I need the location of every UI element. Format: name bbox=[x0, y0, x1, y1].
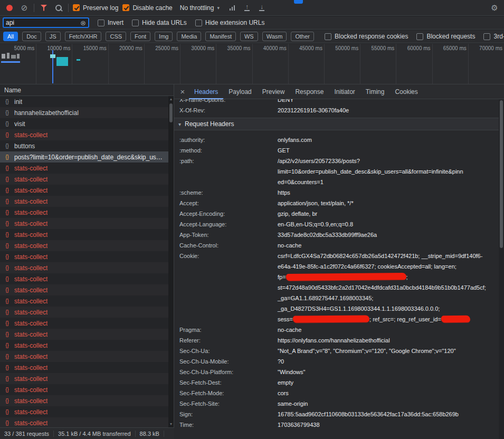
request-row[interactable]: {}stats-collect bbox=[0, 384, 168, 395]
header-name: Sec-Ch-Ua: bbox=[179, 346, 278, 356]
request-row[interactable]: {}hannahelizabethofficial bbox=[0, 107, 168, 118]
tab-headers[interactable]: Headers bbox=[189, 84, 223, 99]
checkbox-label: 3rd-party requests bbox=[493, 33, 504, 40]
script-file-icon: {} bbox=[3, 276, 11, 282]
export-har-button[interactable]: ↓ bbox=[256, 2, 267, 14]
header-row: Sec-Ch-Ua-Mobile:?0 bbox=[174, 356, 499, 367]
request-row[interactable]: {}stats-collect bbox=[0, 307, 168, 318]
network-filter-input[interactable] bbox=[6, 19, 74, 26]
request-row[interactable]: {}posts?limit=10&order=publish_date_desc… bbox=[0, 151, 168, 163]
throttling-dropdown[interactable]: No throttling ▾ bbox=[177, 3, 223, 13]
request-list-scrollbar[interactable]: ▴ ▾ bbox=[168, 96, 174, 427]
record-button[interactable] bbox=[4, 2, 15, 14]
disable-cache-checkbox[interactable]: Disable cache bbox=[122, 4, 172, 12]
script-file-icon: {} bbox=[3, 154, 11, 160]
type-filter-chips: AllDocJSFetch/XHRCSSFontImgMediaManifest… bbox=[3, 32, 314, 41]
header-name: X-Frame-Options: bbox=[179, 99, 278, 105]
request-row[interactable]: {}stats-collect bbox=[0, 284, 168, 295]
request-row[interactable]: {}stats-collect bbox=[0, 329, 168, 340]
request-row[interactable]: {}init bbox=[0, 96, 168, 107]
type-filter-other[interactable]: Other bbox=[291, 32, 314, 41]
name-column-header[interactable]: Name bbox=[0, 84, 174, 96]
settings-button[interactable]: ⚙ bbox=[489, 2, 500, 14]
request-row[interactable]: {}stats-collect bbox=[0, 218, 168, 229]
request-row[interactable]: {}stats-collect bbox=[0, 163, 168, 174]
type-filter-js[interactable]: JS bbox=[45, 32, 61, 41]
checkbox-icon bbox=[325, 33, 331, 40]
invert-checkbox[interactable]: Invert bbox=[98, 19, 123, 26]
request-row[interactable]: {}buttons bbox=[0, 140, 168, 151]
request-row[interactable]: {}stats-collect bbox=[0, 340, 168, 351]
request-row[interactable]: {}stats-collect bbox=[0, 362, 168, 373]
request-headers-section-header[interactable]: ▾ Request Headers bbox=[174, 118, 499, 130]
tab-cookies[interactable]: Cookies bbox=[389, 84, 423, 99]
request-row[interactable]: {}stats-collect bbox=[0, 240, 168, 251]
clear-icon: ⊘ bbox=[21, 4, 28, 12]
timeline-gridline bbox=[468, 44, 469, 84]
request-row[interactable]: {}stats-collect bbox=[0, 262, 168, 273]
clear-network-log-button[interactable]: ⊘ bbox=[19, 2, 30, 14]
request-row[interactable]: {}stats-collect bbox=[0, 295, 168, 307]
request-row[interactable]: {}stats-collect bbox=[0, 185, 168, 196]
request-row[interactable]: {}stats-collect bbox=[0, 318, 168, 329]
header-row: Cookie:csrf=LdfcGX4Sa72db06824c657db26a5… bbox=[174, 251, 499, 325]
details-scrollbar-thumb[interactable] bbox=[500, 100, 503, 248]
request-row[interactable]: {}stats-collect bbox=[0, 174, 168, 185]
header-name: Accept-Encoding: bbox=[179, 208, 278, 219]
timeline-overview[interactable]: 5000 ms10000 ms15000 ms20000 ms25000 ms3… bbox=[0, 44, 504, 84]
search-button[interactable] bbox=[53, 2, 64, 14]
request-row[interactable]: {}stats-collect bbox=[0, 417, 168, 427]
scrollbar-thumb[interactable] bbox=[169, 103, 173, 122]
filter-checkbox-blocked-response-cookies[interactable]: Blocked response cookies bbox=[325, 33, 408, 40]
hide-extension-urls-checkbox[interactable]: Hide extension URLs bbox=[195, 19, 265, 26]
timeline-tick-label: 10000 ms bbox=[47, 45, 71, 51]
type-filter-manifest[interactable]: Manifest bbox=[205, 32, 236, 41]
request-row[interactable]: {}stats-collect bbox=[0, 229, 168, 240]
hide-data-urls-checkbox[interactable]: Hide data URLs bbox=[132, 19, 187, 26]
close-details-button[interactable]: × bbox=[176, 87, 189, 96]
request-row[interactable]: {}stats-collect bbox=[0, 406, 168, 417]
redaction-scribble bbox=[293, 315, 369, 322]
tab-timing[interactable]: Timing bbox=[360, 84, 390, 99]
type-filter-css[interactable]: CSS bbox=[106, 32, 126, 41]
type-filter-media[interactable]: Media bbox=[177, 32, 201, 41]
record-icon bbox=[6, 5, 13, 11]
filter-toggle-button[interactable] bbox=[39, 2, 49, 14]
signal-icon bbox=[230, 5, 235, 11]
request-row[interactable]: {}stats-collect bbox=[0, 273, 168, 284]
type-filter-doc[interactable]: Doc bbox=[22, 32, 41, 41]
header-value: GET bbox=[278, 145, 499, 156]
request-list-panel: Name {}init{}hannahelizabethofficial{}vi… bbox=[0, 84, 174, 427]
type-filter-ws[interactable]: WS bbox=[240, 32, 258, 41]
header-value: "Not_A Brand";v="8", "Chromium";v="120",… bbox=[278, 346, 499, 356]
request-row[interactable]: {}stats-collect bbox=[0, 351, 168, 362]
type-filter-wasm[interactable]: Wasm bbox=[262, 32, 287, 41]
checkbox-icon bbox=[132, 20, 139, 26]
request-row[interactable]: {}stats-collect bbox=[0, 395, 168, 406]
clear-filter-icon[interactable]: ⊗ bbox=[80, 20, 86, 26]
tab-preview[interactable]: Preview bbox=[257, 84, 290, 99]
script-file-icon: {} bbox=[3, 376, 11, 381]
network-conditions-button[interactable] bbox=[227, 2, 237, 14]
script-file-icon: {} bbox=[3, 99, 11, 104]
request-row[interactable]: {}stats-collect bbox=[0, 129, 168, 140]
filter-checkbox-blocked-requests[interactable]: Blocked requests bbox=[416, 33, 475, 40]
request-row[interactable]: {}stats-collect bbox=[0, 373, 168, 384]
type-filter-fetch-xhr[interactable]: Fetch/XHR bbox=[65, 32, 102, 41]
filter-checkbox-3rd-party-requests[interactable]: 3rd-party requests bbox=[483, 33, 504, 40]
type-filter-img[interactable]: Img bbox=[155, 32, 173, 41]
tab-initiator[interactable]: Initiator bbox=[329, 84, 360, 99]
details-scrollbar[interactable] bbox=[499, 99, 504, 439]
tab-response[interactable]: Response bbox=[290, 84, 329, 99]
request-row[interactable]: {}stats-collect bbox=[0, 251, 168, 262]
type-filter-all[interactable]: All bbox=[3, 32, 18, 41]
preserve-log-checkbox[interactable]: Preserve log bbox=[73, 4, 118, 12]
import-har-button[interactable]: ↑ bbox=[242, 2, 252, 14]
scroll-up-icon[interactable]: ▴ bbox=[168, 97, 174, 102]
request-row[interactable]: {}visit bbox=[0, 118, 168, 129]
tab-payload[interactable]: Payload bbox=[223, 84, 256, 99]
request-row[interactable]: {}stats-collect bbox=[0, 196, 168, 207]
scroll-down-icon[interactable]: ▾ bbox=[168, 422, 174, 427]
request-row[interactable]: {}stats-collect bbox=[0, 207, 168, 218]
type-filter-font[interactable]: Font bbox=[130, 32, 150, 41]
